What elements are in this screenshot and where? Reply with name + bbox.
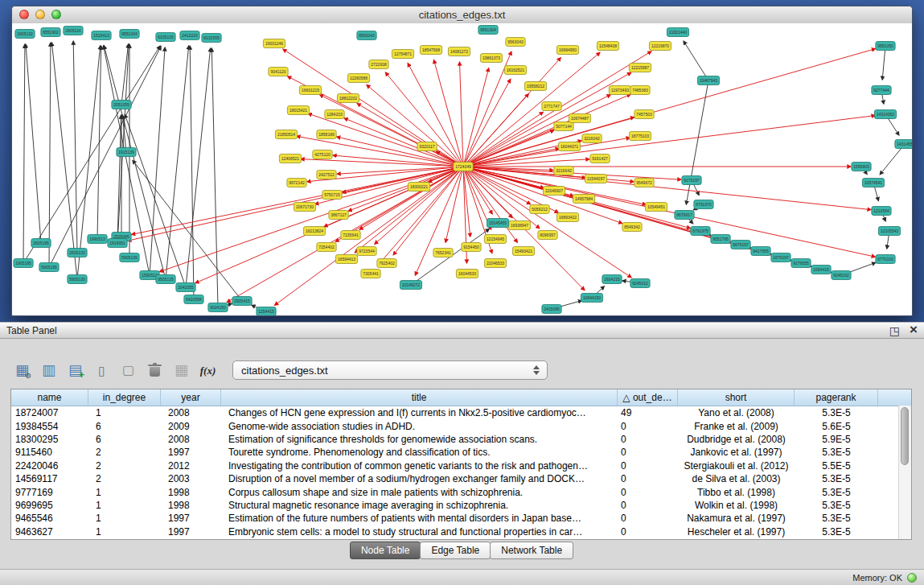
graph-edge[interactable] bbox=[882, 46, 885, 80]
graph-node[interactable]: 1990513 bbox=[88, 235, 107, 244]
graph-edge[interactable] bbox=[463, 167, 875, 257]
network-graph[interactable]: 1724049188122021284203185818942751202427… bbox=[12, 23, 912, 315]
graph-node[interactable]: 22046533 bbox=[484, 259, 506, 268]
table-row[interactable]: 911546021997Tourette syndrome. Phenomeno… bbox=[11, 446, 911, 459]
trash-icon[interactable] bbox=[143, 360, 166, 381]
graph-node[interactable]: 9563043 bbox=[506, 38, 525, 47]
graph-node[interactable]: 10549451 bbox=[645, 203, 667, 212]
graph-node[interactable]: 14081272 bbox=[448, 47, 470, 56]
close-window-button[interactable] bbox=[19, 10, 29, 19]
graph-edge[interactable] bbox=[301, 159, 463, 167]
import-table-icon[interactable]: ▦ bbox=[170, 360, 193, 381]
graph-node[interactable]: 18812202 bbox=[337, 94, 359, 103]
graph-node[interactable]: 11544097 bbox=[585, 175, 606, 183]
table-vertical-scrollbar[interactable] bbox=[898, 406, 911, 539]
column-header-in_degree[interactable]: in_degree bbox=[88, 389, 161, 406]
column-header-title[interactable]: title bbox=[221, 389, 618, 406]
graph-node[interactable]: 1679197 bbox=[771, 253, 791, 262]
graph-edge[interactable] bbox=[49, 47, 161, 267]
graph-node[interactable]: 9561304 bbox=[478, 26, 498, 35]
graph-node[interactable]: 8132055 bbox=[202, 34, 221, 43]
graph-node[interactable]: 19558212 bbox=[524, 82, 546, 91]
table-row[interactable]: 946554611997Estimation of the future num… bbox=[11, 512, 911, 525]
graph-edge[interactable] bbox=[355, 167, 463, 253]
column-header-name[interactable]: name bbox=[11, 389, 88, 406]
graph-node[interactable]: 6770103 bbox=[876, 255, 895, 264]
graph-node[interactable]: 7652341 bbox=[433, 249, 453, 257]
graph-edge[interactable] bbox=[23, 44, 25, 263]
graph-node[interactable]: 5905130 bbox=[68, 275, 87, 284]
graph-edge[interactable] bbox=[150, 47, 165, 275]
graph-node[interactable]: 1094415 bbox=[811, 266, 831, 274]
graph-edge[interactable] bbox=[186, 48, 211, 287]
graph-node[interactable]: 16594413 bbox=[335, 255, 357, 264]
graph-edge[interactable] bbox=[463, 167, 531, 204]
table-row[interactable]: 969969511998Structural magnetic resonanc… bbox=[11, 499, 911, 512]
graph-node[interactable]: 2415095 bbox=[542, 305, 561, 314]
graph-node[interactable]: 9041120 bbox=[269, 68, 288, 76]
graph-node[interactable]: 9723544 bbox=[357, 247, 376, 256]
graph-node[interactable]: 22046907 bbox=[543, 187, 565, 196]
graph-edge[interactable] bbox=[375, 167, 463, 244]
graph-node[interactable]: 18300221 bbox=[408, 183, 429, 192]
graph-node[interactable]: 8549342 bbox=[622, 223, 642, 232]
graph-node[interactable]: 11548408 bbox=[597, 42, 618, 51]
graph-edge[interactable] bbox=[73, 41, 77, 253]
graph-node[interactable]: 2051059 bbox=[112, 101, 131, 109]
graph-node[interactable]: 12219870 bbox=[649, 42, 671, 51]
tab-network-table[interactable]: Network Table bbox=[490, 542, 573, 559]
graph-node[interactable]: 12105543 bbox=[878, 227, 900, 236]
graph-node[interactable]: 9179555 bbox=[791, 259, 811, 268]
tab-node-table[interactable]: Node Table bbox=[350, 542, 421, 559]
graph-node[interactable]: 9417955 bbox=[751, 247, 770, 256]
graph-node[interactable]: 19487943 bbox=[697, 76, 719, 85]
column-header-short[interactable]: short bbox=[678, 389, 795, 406]
graph-edge[interactable] bbox=[51, 43, 77, 279]
graph-node[interactable]: 1915139 bbox=[117, 148, 136, 157]
graph-node[interactable]: 2771747 bbox=[542, 102, 561, 111]
select-columns-icon[interactable]: ▥ bbox=[37, 360, 60, 381]
graph-node[interactable]: 5905139 bbox=[120, 253, 139, 262]
graph-node[interactable]: 3867127 bbox=[329, 211, 348, 220]
graph-node[interactable]: 10674487 bbox=[569, 114, 590, 123]
graph-node[interactable]: 1595803 bbox=[852, 163, 871, 171]
graph-node[interactable]: 16994950 bbox=[556, 46, 578, 55]
graph-edge[interactable] bbox=[166, 46, 189, 279]
graph-node[interactable]: 18547908 bbox=[420, 46, 441, 55]
graph-node[interactable]: 12215987 bbox=[629, 64, 651, 72]
graph-node[interactable]: 10149272 bbox=[400, 281, 421, 290]
network-canvas[interactable]: 1724049188122021284203185818942751202427… bbox=[12, 23, 912, 315]
graph-node[interactable]: 9972142 bbox=[287, 179, 306, 187]
graph-node[interactable]: 20671730 bbox=[294, 203, 315, 212]
graph-node[interactable]: 9320117 bbox=[417, 142, 437, 151]
graph-edge[interactable] bbox=[684, 41, 708, 80]
graph-node[interactable]: 10944150 bbox=[581, 294, 602, 303]
graph-node[interactable]: 7625402 bbox=[377, 259, 396, 268]
graph-node[interactable]: 11973493 bbox=[609, 86, 630, 95]
graph-node[interactable]: 9277444 bbox=[872, 86, 891, 95]
graph-node[interactable]: 1431455 bbox=[895, 140, 912, 149]
graph-node[interactable]: 2413220 bbox=[180, 31, 199, 40]
graph-node[interactable]: 3216042 bbox=[582, 134, 602, 143]
graph-node[interactable]: 2722608 bbox=[369, 60, 388, 69]
graph-node[interactable]: 16044371 bbox=[558, 142, 580, 151]
graph-node[interactable]: 9245032 bbox=[832, 271, 851, 280]
float-panel-icon[interactable]: ◳ bbox=[889, 325, 900, 336]
scrollbar-thumb[interactable] bbox=[901, 407, 909, 465]
graph-node[interactable]: 16601215 bbox=[299, 86, 321, 95]
graph-node[interactable]: 16162521 bbox=[504, 66, 526, 75]
new-document-icon[interactable]: ▢ bbox=[117, 360, 140, 381]
graph-node[interactable]: 16044533 bbox=[456, 270, 478, 278]
graph-node[interactable]: 14314352 bbox=[874, 110, 896, 119]
graph-node[interactable]: 9161427 bbox=[590, 154, 610, 163]
table-row[interactable]: 1938455462009Genome-wide association stu… bbox=[11, 419, 911, 432]
graph-node[interactable]: 9179197 bbox=[682, 176, 701, 185]
graph-node[interactable]: 1284203 bbox=[325, 110, 344, 119]
close-panel-icon[interactable]: × bbox=[910, 323, 918, 336]
graph-node[interactable]: 6791975 bbox=[691, 227, 710, 236]
graph-edge[interactable] bbox=[463, 167, 517, 242]
graph-node[interactable]: 18015421 bbox=[287, 106, 309, 115]
graph-node[interactable]: 1919951 bbox=[108, 239, 127, 248]
graph-edge[interactable] bbox=[77, 46, 101, 279]
graph-node[interactable]: 2605195 bbox=[31, 239, 51, 248]
